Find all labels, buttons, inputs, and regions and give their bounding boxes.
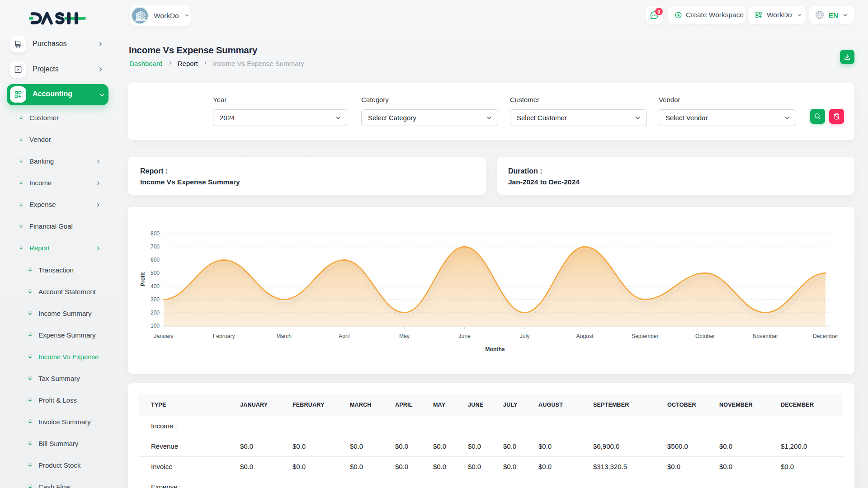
svg-text:April: April	[339, 333, 349, 339]
svg-text:400: 400	[151, 283, 160, 290]
svg-text:March: March	[276, 333, 292, 339]
svg-text:500: 500	[151, 270, 160, 276]
svg-text:100: 100	[151, 323, 160, 329]
svg-text:May: May	[399, 333, 410, 339]
svg-text:September: September	[632, 333, 659, 339]
svg-text:July: July	[520, 333, 530, 339]
svg-text:June: June	[458, 333, 471, 339]
svg-text:October: October	[695, 333, 715, 339]
svg-text:800: 800	[151, 230, 160, 237]
svg-text:Months: Months	[485, 346, 505, 352]
svg-text:December: December	[813, 333, 838, 339]
svg-text:Profit: Profit	[140, 272, 146, 286]
svg-text:January: January	[154, 333, 174, 339]
svg-text:700: 700	[151, 244, 160, 250]
svg-text:August: August	[576, 333, 594, 339]
svg-text:300: 300	[151, 296, 160, 303]
svg-text:February: February	[213, 333, 236, 339]
svg-text:600: 600	[151, 257, 160, 263]
svg-text:November: November	[753, 333, 778, 339]
svg-text:200: 200	[151, 310, 160, 316]
